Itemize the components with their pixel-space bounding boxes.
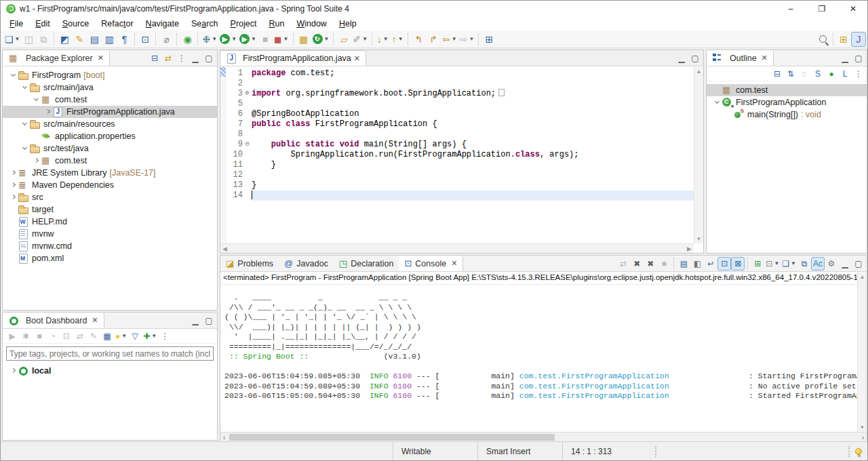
scroll-down-icon[interactable]: ▼: [696, 236, 702, 242]
search-menu-button[interactable]: ✐▼: [351, 32, 369, 47]
open-console-button[interactable]: ❏▼: [781, 257, 797, 270]
scroll-up-icon[interactable]: ▲: [860, 274, 865, 280]
dropdown-arrow-icon[interactable]: ▼: [383, 36, 389, 42]
console-settings-button[interactable]: ⚙: [825, 257, 838, 270]
pin-console-button[interactable]: ⊞: [751, 257, 764, 270]
search-button[interactable]: [815, 32, 830, 47]
code-line[interactable]: 12: [226, 170, 694, 180]
tree-item-src[interactable]: src: [3, 191, 217, 203]
hide-local-types-button[interactable]: L: [838, 67, 852, 81]
dropdown-arrow-icon[interactable]: ▼: [452, 36, 457, 42]
folded-code-indicator[interactable]: [498, 89, 505, 96]
minimize-button[interactable]: ▁: [189, 314, 202, 327]
dropdown-arrow-icon[interactable]: ▼: [251, 36, 256, 42]
tree-item-firstprogram[interactable]: FirstProgram[boot]: [3, 69, 217, 81]
code-line[interactable]: 7public class FirstProgramApplication {: [226, 119, 694, 129]
tree-item-firstprogramapplication[interactable]: FirstProgramApplication: [707, 96, 867, 108]
menu-refactor[interactable]: Refactor: [95, 18, 139, 30]
minimize-button[interactable]: ▁: [838, 52, 852, 65]
hide-fields-button[interactable]: ◌: [797, 67, 811, 81]
show-whitespace-button[interactable]: ¶: [117, 32, 132, 47]
dropdown-arrow-icon[interactable]: ▼: [283, 36, 289, 42]
new-java-project-button[interactable]: ▦: [296, 32, 311, 47]
maximize-button[interactable]: ▢: [852, 257, 865, 270]
menu-run[interactable]: Run: [262, 18, 290, 30]
code-line[interactable]: 6@SpringBootApplication: [226, 109, 694, 119]
code-line[interactable]: 1package com.test;: [226, 68, 694, 79]
close-icon[interactable]: ✕: [98, 54, 104, 62]
dropdown-arrow-icon[interactable]: ▼: [121, 333, 127, 339]
close-icon[interactable]: ✕: [762, 54, 768, 62]
tab-boot-dashboard[interactable]: Boot Dashboard ✕: [3, 313, 104, 328]
chevron-down-icon[interactable]: [712, 102, 722, 103]
dropdown-arrow-icon[interactable]: ▼: [362, 36, 368, 42]
lightbulb-button[interactable]: ●▼: [114, 329, 128, 343]
source-format-button[interactable]: ▤: [87, 32, 102, 47]
clear-console-button[interactable]: ▤: [677, 257, 690, 270]
minimize-button[interactable]: ▁: [189, 52, 202, 65]
dropdown-arrow-icon[interactable]: ▼: [231, 36, 237, 42]
console-vertical-scrollbar[interactable]: ▲▼: [857, 273, 867, 432]
filter-button[interactable]: ▽: [128, 329, 142, 343]
dropdown-arrow-icon[interactable]: ▼: [791, 260, 796, 266]
dropdown-arrow-icon[interactable]: ▼: [324, 36, 330, 42]
scroll-right-icon[interactable]: ▶: [687, 245, 692, 252]
remove-launch-button[interactable]: ✖: [630, 257, 644, 270]
dropdown-arrow-icon[interactable]: ▼: [151, 333, 157, 339]
tree-item-mvnw-cmd[interactable]: mvnw.cmd: [3, 240, 217, 252]
menu-source[interactable]: Source: [56, 18, 96, 30]
open-perspective-button[interactable]: ⊞: [836, 32, 851, 47]
java-perspective-button[interactable]: J: [851, 32, 866, 47]
maximize-button[interactable]: ▢: [688, 52, 702, 65]
chevron-down-icon[interactable]: [20, 87, 29, 88]
tree-item-firstprogramapplication-java[interactable]: FirstProgramApplication.java: [3, 106, 217, 118]
menu-edit[interactable]: Edit: [29, 18, 56, 30]
tree-item-pom-xml[interactable]: pom.xml: [3, 252, 217, 264]
boot-devtools-button[interactable]: ◉: [180, 32, 195, 47]
tab-outline[interactable]: Outline ✕: [707, 50, 774, 66]
update-project-button[interactable]: ↻▼: [311, 32, 331, 47]
console-output[interactable]: . ____ _ __ _ _ /\\ / ___'_ __ _ _(_)_ _…: [220, 286, 857, 432]
code-line[interactable]: 9⊖ public static void main(String[] args…: [226, 140, 694, 150]
tab-javadoc[interactable]: @Javadoc: [279, 256, 334, 271]
add-target-button[interactable]: ✚▼: [142, 329, 158, 343]
scroll-down-icon[interactable]: ▼: [860, 424, 865, 430]
tree-item-src-main-resources[interactable]: src/main/resources: [3, 118, 217, 130]
mark-occurrences-button[interactable]: ⌀: [159, 32, 174, 47]
tree-item-target[interactable]: target: [3, 203, 217, 216]
menu-window[interactable]: Window: [290, 18, 332, 30]
tab-declaration[interactable]: ◳Declaration: [334, 256, 399, 271]
dropdown-arrow-icon[interactable]: ▼: [774, 260, 779, 266]
menu-help[interactable]: Help: [333, 18, 363, 30]
tree-item-com-test[interactable]: com.test: [3, 94, 217, 106]
minimize-button[interactable]: ▁: [675, 52, 688, 65]
show-stdout-button[interactable]: ⊡: [717, 257, 731, 270]
tree-item-jre-system-library[interactable]: JRE System Library[JavaSE-17]: [3, 167, 217, 179]
close-icon[interactable]: ✕: [92, 316, 98, 325]
code-line[interactable]: 10 SpringApplication.run(FirstProgramApp…: [226, 150, 694, 160]
sort-button[interactable]: ⇅: [784, 67, 797, 81]
view-menu-button[interactable]: ⋮: [175, 52, 189, 65]
collapse-all-button[interactable]: ⊟: [770, 67, 784, 81]
new-wizard-button[interactable]: ❏▼: [3, 32, 21, 47]
tree-item-application-properties[interactable]: application.properties: [3, 130, 217, 142]
open-console-view-button[interactable]: ⊡: [138, 32, 153, 47]
scroll-left-icon[interactable]: ‹: [223, 434, 225, 441]
dropdown-arrow-icon[interactable]: ▼: [398, 36, 403, 42]
menu-file[interactable]: File: [3, 18, 29, 30]
boot-filter-input[interactable]: [6, 346, 214, 361]
tree-item-help-md[interactable]: HELP.md: [3, 216, 217, 228]
editor-vertical-scrollbar[interactable]: ▲▼: [694, 67, 703, 243]
chevron-down-icon[interactable]: [20, 148, 29, 149]
run-external-button[interactable]: ◼▼: [273, 32, 290, 47]
coverage-button[interactable]: ▶▼: [238, 32, 258, 47]
menu-navigate[interactable]: Navigate: [140, 18, 185, 30]
highlight-marker-button[interactable]: ✎: [72, 32, 87, 47]
word-wrap-button[interactable]: ↵: [704, 257, 717, 270]
code-line[interactable]: 8: [226, 129, 694, 140]
tree-item-com-test[interactable]: com.test: [707, 84, 867, 96]
minimize-window-button[interactable]: –: [775, 1, 806, 17]
tab-package-explorer[interactable]: Package Explorer ✕: [3, 50, 110, 66]
close-icon[interactable]: ✕: [354, 54, 360, 63]
scroll-up-icon[interactable]: ▲: [696, 68, 702, 75]
